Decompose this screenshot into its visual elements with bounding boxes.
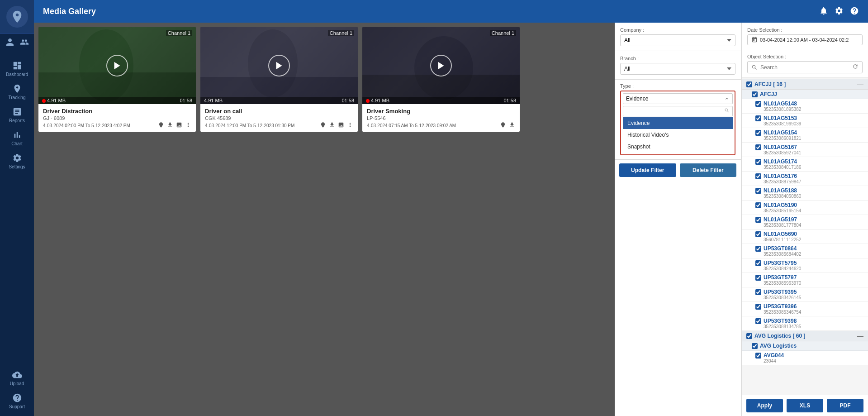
video-date-row: 4-03-2024 12:00 PM To 5-12-2023 01:30 PM <box>205 122 353 129</box>
item-checkbox[interactable] <box>755 217 761 223</box>
item-checkbox[interactable] <box>755 202 761 208</box>
user-icon[interactable] <box>5 38 14 48</box>
item-id: 352353085927041 <box>755 150 863 155</box>
type-option-snapshot[interactable]: Snapshot <box>623 141 733 153</box>
more-icon[interactable] <box>347 122 353 129</box>
nav-items: Dashboard Tracking Reports Chart Setting… <box>0 52 34 172</box>
bell-icon[interactable] <box>819 6 828 17</box>
video-info: Driver Distraction GJ - 6089 4-03-2024 0… <box>38 104 196 132</box>
sidebar-label-dashboard: Dashboard <box>6 72 28 77</box>
item-name: NL01AG5690 <box>764 231 797 237</box>
chevron-up-icon <box>724 96 730 101</box>
location-icon[interactable] <box>500 122 506 129</box>
video-thumbnail[interactable]: Channel 1 4.91 MB 01:58 <box>200 27 358 104</box>
team-icon[interactable] <box>20 38 29 48</box>
question-icon[interactable] <box>850 6 859 17</box>
video-thumbnail[interactable]: Channel 1 4.91 MB 01:58 <box>362 27 520 104</box>
type-search-input[interactable] <box>626 109 724 114</box>
item-checkbox[interactable] <box>755 246 761 252</box>
gear-icon[interactable] <box>835 6 844 17</box>
item-id: 23044 <box>755 359 863 363</box>
video-date: 4-03-2024 12:00 PM To 5-12-2023 01:30 PM <box>205 123 294 128</box>
download-icon[interactable] <box>329 122 335 129</box>
collapse-avg[interactable]: — <box>857 333 863 339</box>
collapse-afcjj[interactable]: — <box>857 81 863 87</box>
video-title: Driver on call <box>205 108 353 115</box>
item-checkbox[interactable] <box>755 101 761 107</box>
download-icon[interactable] <box>509 122 515 129</box>
date-input[interactable]: 03-04-2024 12:00 AM - 03-04-2024 02:2 <box>747 34 863 45</box>
item-id: 352353088759847 <box>755 179 863 184</box>
item-checkbox[interactable] <box>755 353 761 359</box>
left-filter-panel: Company : All Branch : All Type : Eviden… <box>615 23 741 416</box>
subgroup-checkbox-afcjj[interactable] <box>752 91 758 97</box>
sidebar-item-dashboard[interactable]: Dashboard <box>0 56 34 79</box>
subgroup-name-afcjj: AFCJJ <box>760 91 777 97</box>
location-icon[interactable] <box>158 122 164 129</box>
video-thumbnail[interactable]: Channel 1 4.91 MB 01:58 <box>38 27 196 104</box>
sidebar-item-upload[interactable]: Upload <box>0 365 34 388</box>
list-item: NL01AG5167 352353085927041 <box>742 143 868 157</box>
download-icon[interactable] <box>167 122 173 129</box>
more-icon[interactable] <box>185 122 191 129</box>
item-checkbox[interactable] <box>755 188 761 194</box>
sidebar-item-settings[interactable]: Settings <box>0 148 34 172</box>
type-option-historical[interactable]: Historical Video's <box>623 129 733 141</box>
apply-button[interactable]: Apply <box>746 399 783 412</box>
item-checkbox[interactable] <box>755 144 761 150</box>
sidebar-item-tracking[interactable]: Tracking <box>0 79 34 102</box>
video-card: Channel 1 4.91 MB 01:58 Driver Smoking L… <box>362 27 520 132</box>
refresh-icon[interactable] <box>852 63 859 71</box>
sidebar-item-support[interactable]: Support <box>0 388 34 411</box>
list-item: NL01AG5154 352353086091821 <box>742 128 868 143</box>
item-checkbox[interactable] <box>755 173 761 179</box>
vehicle-id: LP-5546 <box>367 115 515 121</box>
company-select[interactable]: All <box>620 34 735 46</box>
item-checkbox[interactable] <box>755 289 761 295</box>
item-id: 352353085346754 <box>755 310 863 315</box>
item-checkbox[interactable] <box>755 115 761 121</box>
type-option-evidence[interactable]: Evidence <box>623 117 733 129</box>
object-search-row <box>747 61 863 73</box>
date-label: Date Selection : <box>747 27 863 33</box>
video-card: Channel 1 4.91 MB 01:58 Driver on call C… <box>200 27 358 132</box>
list-item: NL01AG5153 352353081969039 <box>742 114 868 128</box>
item-checkbox[interactable] <box>755 130 761 136</box>
sidebar-item-reports[interactable]: Reports <box>0 102 34 125</box>
type-search-icon <box>724 108 730 115</box>
image-icon[interactable] <box>176 122 182 129</box>
item-checkbox[interactable] <box>755 304 761 310</box>
item-id: 352353084050860 <box>755 194 863 199</box>
play-button[interactable] <box>268 55 290 77</box>
video-meta: 4.91 MB 01:58 <box>38 97 196 104</box>
type-select-display[interactable]: Evidence <box>623 93 733 104</box>
item-checkbox[interactable] <box>755 159 761 165</box>
subgroup-checkbox-avg[interactable] <box>752 343 758 349</box>
video-title: Driver Distraction <box>43 108 191 115</box>
item-checkbox[interactable] <box>755 275 761 281</box>
item-checkbox[interactable] <box>755 260 761 266</box>
item-checkbox[interactable] <box>755 231 761 237</box>
group-checkbox-avg[interactable] <box>746 333 752 339</box>
item-id: 352353085684402 <box>755 252 863 257</box>
object-section: Object Selection : <box>742 50 868 77</box>
sidebar-item-chart[interactable]: Chart <box>0 125 34 148</box>
play-button[interactable] <box>430 55 452 77</box>
item-name: NL01AG5148 <box>764 100 797 107</box>
item-checkbox[interactable] <box>755 318 761 324</box>
image-icon[interactable] <box>338 122 344 129</box>
channel-badge: Channel 1 <box>166 30 192 36</box>
pdf-button[interactable]: PDF <box>827 399 863 412</box>
search-input[interactable] <box>760 64 849 71</box>
group-checkbox-afcjj[interactable] <box>746 81 752 87</box>
play-button[interactable] <box>106 55 128 77</box>
item-name: UP53GT9396 <box>764 303 797 310</box>
xls-button[interactable]: XLS <box>787 399 823 412</box>
location-icon[interactable] <box>320 122 326 129</box>
logo <box>0 0 34 34</box>
list-item: NL01AG5690 356078111112252 <box>742 230 868 244</box>
update-filter-button[interactable]: Update Filter <box>619 163 676 177</box>
delete-filter-button[interactable]: Delete Filter <box>680 163 737 177</box>
subgroup-name-avg: AVG Logistics <box>760 343 797 349</box>
branch-select[interactable]: All <box>620 63 735 75</box>
